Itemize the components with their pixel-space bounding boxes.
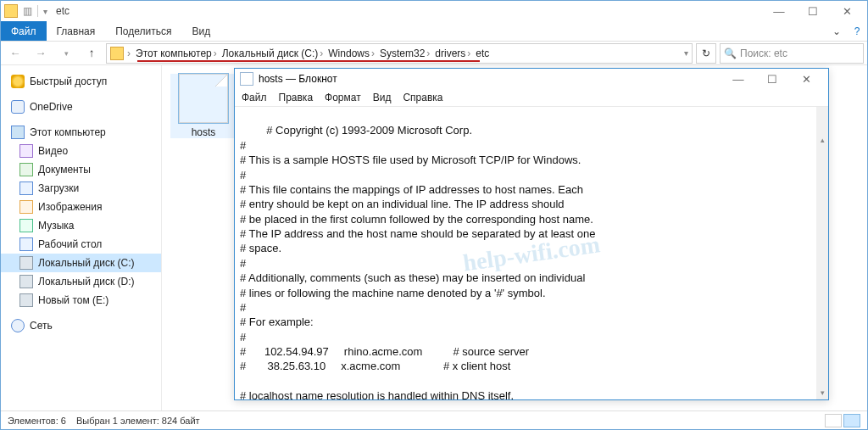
breadcrumb-item[interactable]: System32 › (378, 47, 431, 59)
network-icon (11, 319, 25, 332)
view-details-button[interactable] (825, 414, 842, 427)
drive-icon (19, 275, 33, 288)
close-button[interactable]: ✕ (789, 70, 823, 88)
ribbon-expand-icon[interactable]: ⌄ (826, 21, 847, 41)
menu-edit[interactable]: Правка (279, 92, 314, 103)
search-box[interactable]: 🔍 Поиск: etc (720, 43, 864, 64)
recent-button[interactable]: ▾ (55, 43, 77, 64)
scroll-up-icon[interactable]: ▴ (816, 135, 828, 147)
file-content: # Copyright (c) 1993-2009 Microsoft Corp… (240, 124, 595, 399)
star-icon (11, 75, 25, 88)
notepad-menu: Файл Правка Формат Вид Справка (235, 89, 828, 106)
video-icon (19, 144, 33, 158)
breadcrumb-item[interactable]: drivers › (433, 47, 472, 59)
notepad-textarea[interactable]: # Copyright (c) 1993-2009 Microsoft Corp… (235, 106, 828, 399)
drive-icon (19, 256, 33, 270)
search-icon: 🔍 (724, 47, 737, 59)
quick-tool-icon[interactable]: ▥ (23, 5, 32, 17)
status-bar: Элементов: 6 Выбран 1 элемент: 824 байт (1, 410, 867, 429)
breadcrumb-item[interactable]: Этот компьютер › (134, 47, 219, 59)
notepad-icon (240, 72, 253, 86)
breadcrumb-item[interactable]: etc (474, 47, 491, 59)
tab-view[interactable]: Вид (181, 21, 220, 41)
this-pc[interactable]: Этот компьютер (1, 123, 161, 142)
nav-music[interactable]: Музыка (1, 216, 161, 235)
annotation-underline (137, 60, 480, 62)
breadcrumb-item[interactable]: Windows › (326, 47, 376, 59)
tab-home[interactable]: Главная (47, 21, 106, 41)
search-placeholder: Поиск: etc (740, 47, 787, 59)
folder-icon (4, 4, 18, 18)
file-icon (179, 74, 228, 123)
refresh-button[interactable]: ↻ (696, 43, 716, 64)
music-icon (19, 219, 33, 232)
onedrive[interactable]: OneDrive (1, 98, 161, 116)
window-title: etc (56, 5, 70, 17)
menu-format[interactable]: Формат (325, 92, 361, 103)
ribbon: Файл Главная Поделиться Вид ⌄ ? (1, 21, 867, 42)
tab-share[interactable]: Поделиться (105, 21, 181, 41)
help-icon[interactable]: ? (847, 21, 867, 41)
view-icons-button[interactable] (843, 414, 860, 427)
close-button[interactable]: ✕ (830, 2, 864, 20)
notepad-titlebar[interactable]: hosts — Блокнот — ☐ ✕ (235, 69, 828, 89)
tab-file[interactable]: Файл (1, 21, 47, 41)
up-button[interactable]: ↑ (81, 43, 103, 64)
maximize-button[interactable]: ☐ (755, 70, 789, 88)
breadcrumb-item[interactable]: Локальный диск (C:) › (220, 47, 326, 59)
folder-icon (110, 47, 124, 60)
menu-help[interactable]: Справка (403, 92, 442, 103)
minimize-button[interactable]: — (762, 2, 796, 20)
drive-icon (19, 293, 33, 307)
status-selected: Выбран 1 элемент: 824 байт (76, 416, 200, 426)
status-count: Элементов: 6 (8, 416, 66, 426)
nav-network[interactable]: Сеть (1, 316, 161, 335)
notepad-window: hosts — Блокнот — ☐ ✕ Файл Правка Формат… (234, 68, 829, 400)
nav-pictures[interactable]: Изображения (1, 198, 161, 216)
cloud-icon (11, 100, 25, 114)
minimize-button[interactable]: — (721, 70, 755, 88)
forward-button[interactable]: → (30, 43, 52, 64)
nav-videos[interactable]: Видео (1, 142, 161, 160)
dropdown-icon[interactable]: ▾ (684, 48, 688, 58)
qat-dropdown-icon[interactable]: ▾ (43, 7, 47, 16)
menu-view[interactable]: Вид (373, 92, 392, 103)
desktop-icon (19, 237, 33, 251)
explorer-titlebar[interactable]: ▥ ▾ etc — ☐ ✕ (1, 1, 867, 21)
address-bar[interactable]: › Этот компьютер › Локальный диск (C:) ›… (106, 43, 693, 64)
maximize-button[interactable]: ☐ (796, 2, 830, 20)
picture-icon (19, 200, 33, 214)
nav-drive-c[interactable]: Локальный диск (C:) (1, 254, 161, 272)
document-icon (19, 163, 33, 176)
quick-access[interactable]: Быстрый доступ (1, 72, 161, 91)
nav-documents[interactable]: Документы (1, 160, 161, 179)
file-label: hosts (170, 126, 236, 138)
separator (37, 5, 38, 17)
address-row: ← → ▾ ↑ › Этот компьютер › Локальный дис… (1, 42, 867, 65)
chevron-right-icon: › (127, 47, 131, 59)
back-button[interactable]: ← (4, 43, 26, 64)
scrollbar[interactable]: ▴ ▾ (816, 107, 828, 399)
nav-desktop[interactable]: Рабочий стол (1, 235, 161, 254)
nav-pane[interactable]: Быстрый доступ OneDrive Этот компьютер В… (1, 65, 162, 410)
pc-icon (11, 126, 25, 139)
nav-drive-e[interactable]: Новый том (E:) (1, 291, 161, 310)
notepad-title: hosts — Блокнот (259, 73, 337, 85)
menu-file[interactable]: Файл (242, 92, 267, 103)
nav-drive-d[interactable]: Локальный диск (D:) (1, 272, 161, 291)
download-icon (19, 181, 33, 195)
file-hosts[interactable]: hosts (170, 74, 236, 138)
scroll-down-icon[interactable]: ▾ (816, 388, 828, 399)
nav-downloads[interactable]: Загрузки (1, 179, 161, 198)
